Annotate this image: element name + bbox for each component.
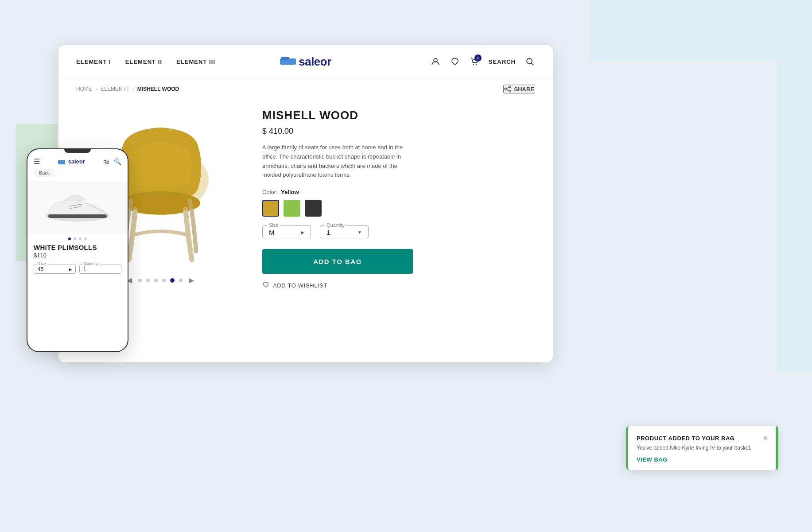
nav-right: 1 SEARCH — [382, 56, 535, 67]
breadcrumb-current: MISHELL WOOD — [137, 86, 179, 92]
search-label[interactable]: SEARCH — [489, 58, 516, 65]
mobile-size-selector[interactable]: Size 45 ▶ — [34, 264, 76, 274]
mobile-logo-icon — [58, 160, 65, 164]
size-selector[interactable]: Size M ▶ — [262, 225, 311, 238]
mobile-product-image — [27, 181, 128, 234]
quantity-arrow: ▼ — [357, 230, 362, 235]
svg-point-5 — [527, 58, 532, 64]
cart-icon[interactable]: 1 — [469, 56, 480, 67]
mobile-search-icon[interactable]: 🔍 — [114, 158, 121, 165]
mobile-image-dots — [27, 234, 128, 244]
wishlist-icon[interactable] — [450, 56, 460, 67]
product-description: A large family of seats for uses both at… — [262, 143, 413, 180]
svg-point-7 — [509, 86, 511, 88]
dot-3[interactable] — [154, 279, 158, 282]
mobile-header: ☰ saleor 🛍 🔍 — [27, 153, 128, 168]
product-area: ◀ ▶ MISHELL WOOD $ 410.00 A large family… — [58, 100, 553, 299]
mobile-size-val: 45 ▶ — [38, 266, 72, 272]
svg-line-6 — [531, 63, 533, 66]
toast-message: You've added Nike Kyrie Irving IV to you… — [637, 445, 768, 451]
toast-close-button[interactable]: × — [763, 434, 768, 442]
site-header: ELEMENT I ELEMENT II ELEMENT III saleor — [58, 45, 553, 78]
breadcrumb-bar: HOME › ELEMENT I › MISHELL WOOD SHARE — [58, 78, 553, 100]
nav-element-1[interactable]: ELEMENT I — [76, 58, 111, 65]
mobile-quantity-legend: Quantity — [82, 261, 100, 266]
breadcrumb: HOME › ELEMENT I › MISHELL WOOD — [76, 86, 179, 92]
svg-rect-19 — [48, 214, 107, 218]
color-swatch-yellow[interactable] — [262, 200, 279, 217]
mobile-bag-icon[interactable]: 🛍 — [103, 158, 109, 165]
cart-badge-count: 1 — [474, 54, 482, 62]
mobile-dot-1[interactable] — [68, 237, 71, 240]
mobile-product-price: $110 — [27, 251, 128, 260]
toast-header: PRODUCT ADDED TO YOUR BAG × — [637, 434, 768, 442]
mobile-shoe-svg — [42, 191, 113, 224]
add-to-wishlist-button[interactable]: ADD TO WISHLIST — [262, 281, 327, 290]
dot-2[interactable] — [146, 279, 150, 282]
mobile-selectors: Size 45 ▶ Quantity 1 — [27, 260, 128, 274]
product-details-col: MISHELL WOOD $ 410.00 A large family of … — [262, 104, 535, 290]
dot-4[interactable] — [162, 279, 166, 282]
dot-1[interactable] — [138, 279, 142, 282]
share-icon — [504, 85, 511, 93]
wishlist-label: ADD TO WISHLIST — [273, 282, 327, 289]
nav-element-2[interactable]: ELEMENT II — [125, 58, 162, 65]
breadcrumb-category[interactable]: ELEMENT I — [101, 86, 128, 92]
mobile-menu-icon[interactable]: ☰ — [34, 157, 40, 166]
svg-rect-1 — [281, 57, 289, 60]
mobile-size-legend: Size — [37, 261, 47, 266]
share-button[interactable]: SHARE — [503, 85, 535, 93]
logo-text: saleor — [299, 55, 331, 69]
mobile-mockup: ☰ saleor 🛍 🔍 Back — [27, 148, 128, 352]
svg-line-10 — [506, 87, 509, 89]
size-legend: Size — [267, 222, 280, 228]
mobile-dot-4[interactable] — [84, 237, 87, 240]
color-section: Color: Yellow — [262, 189, 535, 217]
mobile-dot-2[interactable] — [74, 237, 76, 240]
svg-point-8 — [505, 88, 506, 90]
color-label: Color: Yellow — [262, 189, 535, 195]
dot-5[interactable] — [170, 278, 175, 283]
view-bag-link[interactable]: VIEW BAG — [637, 456, 768, 463]
quantity-selector[interactable]: Quantity 1 ▼ — [320, 225, 369, 238]
search-icon[interactable] — [524, 56, 535, 67]
svg-point-4 — [476, 64, 477, 65]
toast-notification: PRODUCT ADDED TO YOUR BAG × You've added… — [626, 426, 777, 470]
dot-6[interactable] — [179, 279, 183, 282]
svg-rect-15 — [58, 160, 65, 164]
logo-icon — [280, 57, 296, 66]
add-to-bag-button[interactable]: ADD TO BAG — [262, 249, 413, 274]
nav-left: ELEMENT I ELEMENT II ELEMENT III — [76, 58, 229, 65]
product-price: $ 410.00 — [262, 127, 535, 136]
size-arrow: ▶ — [301, 230, 304, 235]
breadcrumb-home[interactable]: HOME — [76, 86, 92, 92]
breadcrumb-sep-1: › — [96, 87, 97, 92]
toast-accent-bar — [776, 426, 778, 470]
image-dots: ◀ ▶ — [125, 276, 196, 284]
heart-icon — [262, 281, 269, 290]
selectors-row: Size M ▶ Quantity 1 ▼ — [262, 225, 535, 238]
mobile-notch — [64, 149, 91, 153]
nav-element-3[interactable]: ELEMENT III — [176, 58, 215, 65]
next-image-btn[interactable]: ▶ — [187, 276, 196, 284]
color-swatch-dark[interactable] — [305, 200, 322, 217]
color-swatches — [262, 200, 535, 217]
color-swatch-green[interactable] — [284, 200, 300, 217]
color-selected-value: Yellow — [281, 189, 299, 195]
quantity-value: 1 ▼ — [326, 229, 362, 236]
browser-window: ELEMENT I ELEMENT II ELEMENT III saleor — [58, 44, 554, 363]
svg-point-9 — [509, 90, 511, 92]
quantity-legend: Quantity — [325, 222, 346, 228]
share-label: SHARE — [514, 86, 534, 93]
mobile-product-name: WHITE PLIMSOLLS — [27, 244, 128, 251]
mobile-dot-3[interactable] — [79, 237, 82, 240]
mobile-quantity-selector[interactable]: Quantity 1 — [79, 264, 121, 274]
logo-area[interactable]: saleor — [229, 55, 382, 69]
toast-title: PRODUCT ADDED TO YOUR BAG — [637, 435, 735, 442]
mobile-back-button[interactable]: Back — [34, 168, 55, 177]
user-icon[interactable] — [430, 56, 441, 67]
bg-teal-right — [777, 62, 812, 372]
mobile-logo: saleor — [58, 158, 85, 165]
mobile-quantity-val: 1 — [83, 266, 117, 272]
mobile-icons: 🛍 🔍 — [103, 158, 121, 165]
